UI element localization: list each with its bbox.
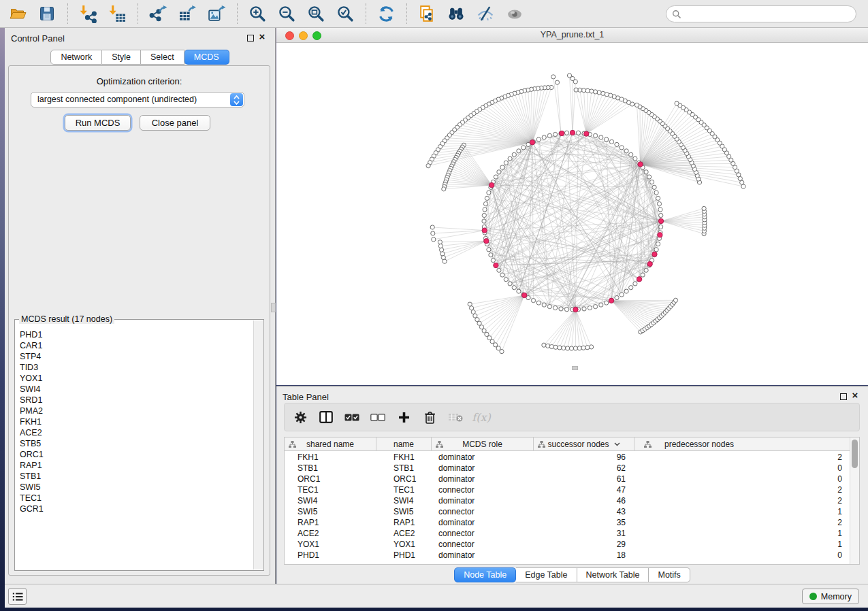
import-table-icon[interactable]	[106, 3, 129, 24]
search-input[interactable]	[666, 5, 856, 22]
tab-select[interactable]: Select	[141, 50, 184, 65]
float-table-panel-icon[interactable]	[840, 393, 847, 400]
vertical-splitter-handle[interactable]	[271, 303, 276, 312]
table-cell: 62	[534, 463, 634, 474]
table-cell: STB1	[285, 463, 376, 474]
open-file-icon[interactable]	[6, 3, 29, 24]
table-cell: 31	[534, 528, 634, 539]
toolbar-separator	[67, 3, 68, 24]
function-builder-icon[interactable]: f(x)	[472, 408, 490, 426]
add-column-icon[interactable]	[395, 408, 413, 426]
table-cell: 47	[534, 484, 634, 495]
show-eye-icon[interactable]	[503, 3, 526, 24]
close-table-panel-icon[interactable]: ×	[850, 389, 860, 401]
mcds-result-item[interactable]: YOX1	[16, 373, 253, 384]
table-row[interactable]: SWI4SWI4dominator462	[285, 495, 850, 506]
mcds-result-item[interactable]: PMA2	[16, 406, 253, 416]
table-settings-gear-icon[interactable]	[291, 408, 309, 426]
delete-column-icon[interactable]	[421, 408, 438, 426]
mcds-result-item[interactable]: SWI4	[16, 384, 253, 395]
mcds-list-scrollbar[interactable]	[253, 320, 263, 569]
mcds-result-item[interactable]: TID3	[16, 362, 253, 373]
close-panel-button[interactable]: Close panel	[140, 115, 210, 131]
table-cell: YOX1	[285, 539, 376, 550]
network-canvas[interactable]	[276, 43, 868, 385]
mcds-result-item[interactable]: CAR1	[16, 340, 253, 351]
mcds-result-item[interactable]: GCR1	[16, 503, 253, 514]
select-all-icon[interactable]	[343, 408, 361, 426]
table-row[interactable]: TEC1TEC1connector472	[285, 484, 850, 495]
mcds-result-item[interactable]: ACE2	[16, 427, 253, 438]
table-row[interactable]: STB1STB1dominator620	[285, 463, 850, 474]
tab-style[interactable]: Style	[102, 50, 141, 65]
table-cell: 1	[634, 506, 850, 517]
tab-mcds[interactable]: MCDS	[184, 50, 229, 65]
zoom-in-icon[interactable]	[246, 3, 269, 24]
import-network-icon[interactable]	[76, 3, 99, 24]
tab-motifs[interactable]: Motifs	[649, 567, 690, 582]
column-header-name[interactable]: name	[376, 437, 432, 451]
column-header-MCDS-role[interactable]: MCDS role	[432, 437, 534, 451]
export-image-icon[interactable]	[205, 3, 228, 24]
table-row[interactable]: ORC1ORC1dominator610	[285, 474, 850, 484]
mcds-result-item[interactable]: RAP1	[16, 460, 253, 471]
mcds-result-item[interactable]: SWI5	[16, 482, 253, 493]
column-header-successor-nodes[interactable]: successor nodes	[534, 437, 634, 451]
mcds-result-item[interactable]: PHD1	[16, 329, 253, 340]
show-columns-icon[interactable]	[317, 408, 335, 426]
mcds-result-item[interactable]: STB5	[16, 438, 253, 449]
table-row[interactable]: RAP1RAP1dominator352	[285, 517, 850, 528]
table-cell: 61	[534, 474, 634, 484]
deselect-all-icon[interactable]	[369, 408, 387, 426]
table-cell: SWI4	[376, 495, 432, 506]
column-header-predecessor-nodes[interactable]: predecessor nodes	[634, 437, 850, 451]
delete-table-icon[interactable]	[447, 408, 464, 426]
tab-node-table[interactable]: Node Table	[454, 567, 516, 582]
mcds-result-item[interactable]: STB1	[16, 471, 253, 482]
save-session-icon[interactable]	[35, 3, 59, 24]
run-mcds-button[interactable]: Run MCDS	[65, 115, 131, 131]
mcds-result-item[interactable]: STP4	[16, 351, 253, 362]
table-cell: SWI5	[285, 506, 376, 517]
memory-status-icon	[809, 593, 817, 600]
table-scrollbar[interactable]	[850, 437, 859, 564]
table-row[interactable]: ACE2ACE2connector311	[285, 528, 850, 539]
search-icon	[672, 10, 681, 19]
mcds-result-item[interactable]: SRD1	[16, 395, 253, 406]
export-table-icon[interactable]	[176, 3, 199, 24]
table-row[interactable]: SWI5SWI5connector431	[285, 506, 850, 517]
tab-edge-table[interactable]: Edge Table	[516, 567, 577, 582]
table-cell: STB1	[376, 463, 432, 474]
memory-button[interactable]: Memory	[802, 589, 859, 604]
table-row[interactable]: FKH1FKH1dominator962	[285, 452, 850, 463]
float-panel-icon[interactable]	[247, 35, 254, 42]
close-panel-icon[interactable]: ×	[257, 31, 267, 43]
mcds-result-item[interactable]: FKH1	[16, 416, 253, 427]
table-row[interactable]: YOX1YOX1connector291	[285, 539, 850, 550]
tab-network[interactable]: Network	[50, 50, 102, 65]
table-cell: FKH1	[376, 452, 432, 463]
task-history-icon[interactable]	[8, 588, 27, 605]
table-row[interactable]: PHD1PHD1dominator180	[285, 550, 850, 561]
table-cell: 2	[634, 517, 850, 528]
splitter-handle[interactable]	[572, 366, 578, 370]
clone-network-icon[interactable]	[415, 3, 438, 24]
hide-eye-icon[interactable]	[474, 3, 497, 24]
column-header-shared-name[interactable]: shared name	[285, 437, 376, 451]
binoculars-icon[interactable]	[445, 3, 468, 24]
zoom-out-icon[interactable]	[275, 3, 298, 24]
table-cell: dominator	[432, 452, 534, 463]
table-cell: 18	[534, 550, 634, 561]
criterion-dropdown[interactable]: largest connected component (undirected)	[31, 92, 244, 108]
mcds-result-item[interactable]: ORC1	[16, 449, 253, 460]
table-cell: RAP1	[285, 517, 376, 528]
control-panel-tabs: NetworkStyleSelectMCDS	[5, 50, 275, 65]
mcds-result-list: PHD1CAR1STP4TID3YOX1SWI4SRD1PMA2FKH1ACE2…	[16, 329, 253, 569]
zoom-fit-icon[interactable]	[304, 3, 327, 24]
zoom-selected-icon[interactable]	[334, 3, 357, 24]
refresh-icon[interactable]	[374, 3, 398, 24]
mcds-result-item[interactable]: TEC1	[16, 493, 253, 503]
export-network-icon[interactable]	[146, 3, 170, 24]
table-cell: PHD1	[285, 550, 376, 561]
tab-network-table[interactable]: Network Table	[577, 567, 649, 582]
